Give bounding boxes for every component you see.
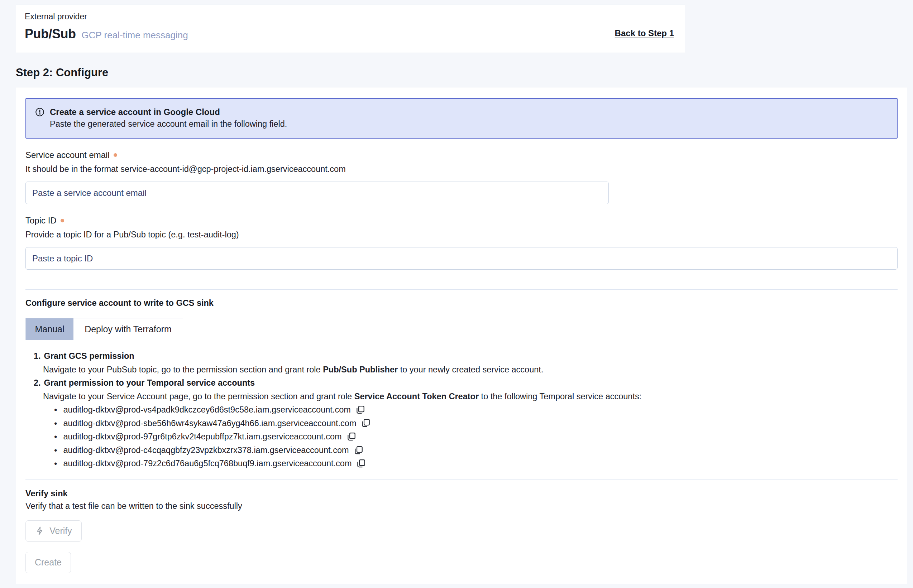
configure-card: Create a service account in Google Cloud… — [16, 87, 907, 584]
service-account-item: auditlog-dktxv@prod-vs4padk9dkczcey6d6st… — [54, 403, 898, 417]
provider-tagline: GCP real-time messaging — [82, 30, 188, 41]
verify-sink-title: Verify sink — [26, 489, 898, 499]
service-account-item: auditlog-dktxv@prod-sbe56h6wr4sykaw47a6y… — [54, 417, 898, 430]
provider-name-row: Pub/Sub GCP real-time messaging — [25, 26, 188, 42]
step-1-title-line: 1.Grant GCS permission — [34, 349, 898, 363]
create-button[interactable]: Create — [26, 552, 71, 573]
copy-icon[interactable] — [355, 405, 365, 415]
copy-icon[interactable] — [361, 418, 371, 428]
step-2-title: Grant permission to your Temporal servic… — [44, 378, 255, 388]
section-divider — [26, 479, 898, 480]
service-account-email-helper: It should be in the format service-accou… — [26, 163, 898, 175]
copy-icon[interactable] — [346, 432, 356, 442]
role-token-creator: Service Account Token Creator — [355, 392, 479, 401]
step-2-title-line: 2.Grant permission to your Temporal serv… — [34, 376, 898, 390]
verify-sink-description: Verify that a test file can be written t… — [26, 500, 898, 512]
configure-section-title: Configure service account to write to GC… — [26, 298, 898, 308]
service-account-list: auditlog-dktxv@prod-vs4padk9dkczcey6d6st… — [54, 403, 898, 470]
section-divider — [26, 289, 898, 290]
zap-icon — [35, 526, 45, 536]
service-account-email-input[interactable] — [26, 182, 609, 204]
service-account-email: auditlog-dktxv@prod-79z2c6d76au6g5fcq768… — [63, 457, 351, 470]
topic-id-input[interactable] — [26, 247, 898, 270]
service-account-item: auditlog-dktxv@prod-97gr6tp6zkv2t4epubff… — [54, 430, 898, 444]
service-account-email-label: Service account email — [26, 150, 110, 160]
tab-manual[interactable]: Manual — [26, 318, 73, 340]
provider-info: External provider Pub/Sub GCP real-time … — [25, 11, 188, 53]
role-pubsub-publisher: Pub/Sub Publisher — [323, 365, 398, 374]
info-icon — [35, 107, 45, 117]
provider-card: External provider Pub/Sub GCP real-time … — [16, 5, 685, 53]
service-account-email: auditlog-dktxv@prod-97gr6tp6zkv2t4epubff… — [63, 430, 342, 444]
required-indicator — [61, 219, 64, 222]
verify-button[interactable]: Verify — [26, 520, 82, 542]
info-banner-title: Create a service account in Google Cloud — [50, 106, 220, 118]
step-1-title: Grant GCS permission — [44, 351, 134, 360]
service-account-item: auditlog-dktxv@prod-79z2c6d76au6g5fcq768… — [54, 457, 898, 470]
service-account-email: auditlog-dktxv@prod-vs4padk9dkczcey6d6st… — [63, 403, 350, 417]
step-1-description: Navigate to your PubSub topic, go to the… — [43, 363, 898, 377]
configure-tabs: Manual Deploy with Terraform — [26, 318, 183, 340]
service-account-email: auditlog-dktxv@prod-sbe56h6wr4sykaw47a6y… — [63, 417, 356, 430]
copy-icon[interactable] — [356, 459, 366, 469]
provider-eyebrow: External provider — [25, 11, 188, 22]
service-account-item: auditlog-dktxv@prod-c4cqaqgbfzy23vpzkbxz… — [54, 444, 898, 457]
copy-icon[interactable] — [353, 446, 363, 456]
tab-deploy-with-terraform[interactable]: Deploy with Terraform — [73, 318, 183, 340]
back-to-step-1-link[interactable]: Back to Step 1 — [615, 28, 674, 53]
required-indicator — [113, 153, 117, 157]
info-banner: Create a service account in Google Cloud… — [26, 98, 898, 139]
topic-id-helper: Provide a topic ID for a Pub/Sub topic (… — [26, 229, 898, 240]
manual-instructions: 1.Grant GCS permission Navigate to your … — [34, 349, 898, 470]
service-account-email: auditlog-dktxv@prod-c4cqaqgbfzy23vpzkbxz… — [63, 444, 349, 457]
provider-name: Pub/Sub — [25, 26, 76, 42]
info-banner-description: Paste the generated service account emai… — [50, 118, 888, 130]
step-2-description: Navigate to your Service Account page, g… — [43, 390, 898, 404]
page-title: Step 2: Configure — [16, 66, 913, 79]
topic-id-label: Topic ID — [26, 215, 57, 226]
